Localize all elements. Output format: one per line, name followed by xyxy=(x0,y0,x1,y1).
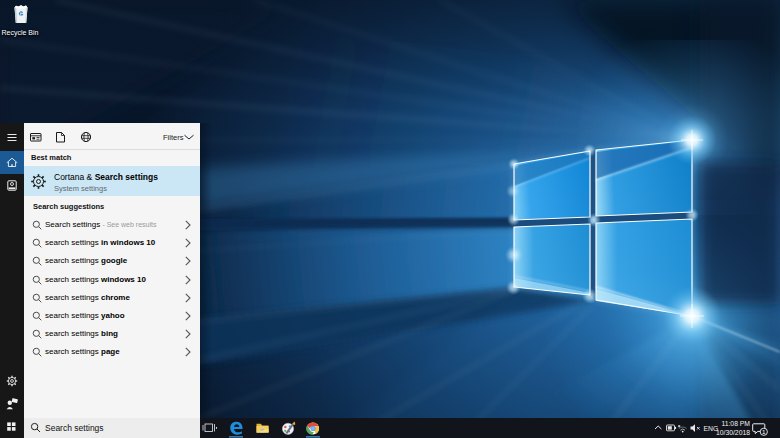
svg-text:11:08 PM: 11:08 PM xyxy=(721,420,750,427)
svg-text:Filters: Filters xyxy=(163,133,184,142)
svg-text:10/30/2018: 10/30/2018 xyxy=(716,429,750,436)
svg-text:1: 1 xyxy=(762,428,766,435)
